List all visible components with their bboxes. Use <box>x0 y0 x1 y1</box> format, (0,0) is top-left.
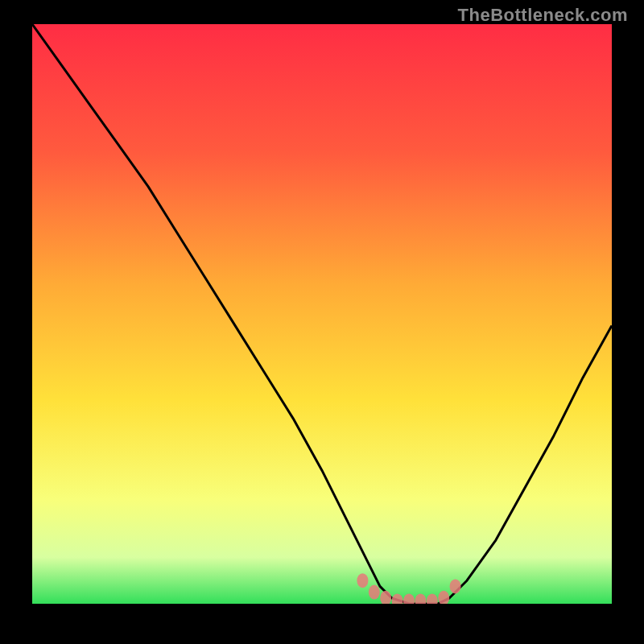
chart-svg <box>32 24 612 604</box>
plot-area <box>32 24 612 604</box>
chart-frame: TheBottleneck.com <box>0 0 644 644</box>
optimal-range-marker <box>357 573 368 588</box>
optimal-range-marker <box>450 579 461 593</box>
gradient-background <box>32 24 612 604</box>
optimal-range-marker <box>369 585 380 600</box>
watermark-text: TheBottleneck.com <box>458 5 628 26</box>
